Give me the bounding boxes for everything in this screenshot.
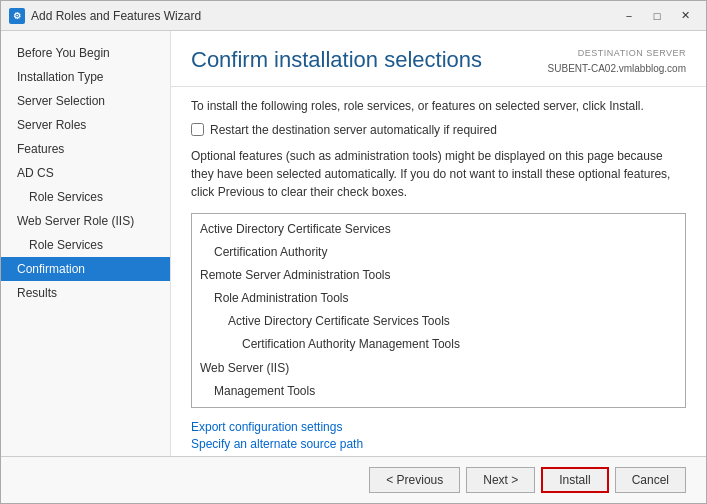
list-item: Remote Server Administration Tools: [192, 264, 685, 287]
title-bar-left: ⚙ Add Roles and Features Wizard: [9, 8, 201, 24]
destination-server-name: SUBENT-CA02.vmlabblog.com: [548, 61, 686, 76]
sidebar-item-adcs[interactable]: AD CS: [1, 161, 170, 185]
window-title: Add Roles and Features Wizard: [31, 9, 201, 23]
maximize-button[interactable]: □: [644, 5, 670, 27]
main-window: ⚙ Add Roles and Features Wizard − □ ✕ Be…: [0, 0, 707, 504]
sidebar-item-results[interactable]: Results: [1, 281, 170, 305]
sidebar-item-confirmation[interactable]: Confirmation: [1, 257, 170, 281]
sidebar-item-before-you-begin[interactable]: Before You Begin: [1, 41, 170, 65]
sidebar-item-server-roles[interactable]: Server Roles: [1, 113, 170, 137]
destination-server-label: DESTINATION SERVER: [548, 47, 686, 61]
info-text: To install the following roles, role ser…: [191, 99, 686, 113]
window-controls: − □ ✕: [616, 5, 698, 27]
restart-checkbox[interactable]: [191, 123, 204, 136]
install-button[interactable]: Install: [541, 467, 608, 493]
alternate-source-link[interactable]: Specify an alternate source path: [191, 437, 686, 451]
title-bar: ⚙ Add Roles and Features Wizard − □ ✕: [1, 1, 706, 31]
destination-server-info: DESTINATION SERVER SUBENT-CA02.vmlabblog…: [548, 47, 686, 76]
main-body: To install the following roles, role ser…: [171, 87, 706, 457]
export-config-link[interactable]: Export configuration settings: [191, 420, 686, 434]
list-item: Web Server (IIS): [192, 357, 685, 380]
links-section: Export configuration settings Specify an…: [191, 420, 686, 451]
sidebar-item-installation-type[interactable]: Installation Type: [1, 65, 170, 89]
optional-text: Optional features (such as administratio…: [191, 147, 686, 201]
previous-button[interactable]: < Previous: [369, 467, 460, 493]
sidebar-item-role-services-adcs[interactable]: Role Services: [1, 185, 170, 209]
features-list[interactable]: Active Directory Certificate Services Ce…: [191, 213, 686, 408]
sidebar-item-features[interactable]: Features: [1, 137, 170, 161]
footer: < Previous Next > Install Cancel: [1, 456, 706, 503]
list-item: Certification Authority: [192, 241, 685, 264]
close-button[interactable]: ✕: [672, 5, 698, 27]
restart-checkbox-label[interactable]: Restart the destination server automatic…: [210, 123, 497, 137]
content-area: Before You Begin Installation Type Serve…: [1, 31, 706, 456]
app-icon: ⚙: [9, 8, 25, 24]
list-item: Management Tools: [192, 380, 685, 403]
sidebar-item-role-services-web[interactable]: Role Services: [1, 233, 170, 257]
minimize-button[interactable]: −: [616, 5, 642, 27]
main-header: Confirm installation selections DESTINAT…: [171, 31, 706, 87]
list-item: Active Directory Certificate Services: [192, 218, 685, 241]
list-item: Active Directory Certificate Services To…: [192, 310, 685, 333]
list-item: IIS Management Console: [192, 403, 685, 408]
sidebar: Before You Begin Installation Type Serve…: [1, 31, 171, 456]
list-item: Role Administration Tools: [192, 287, 685, 310]
page-title: Confirm installation selections: [191, 47, 482, 73]
restart-checkbox-row: Restart the destination server automatic…: [191, 123, 686, 137]
main-content: Confirm installation selections DESTINAT…: [171, 31, 706, 456]
list-item: Certification Authority Management Tools: [192, 333, 685, 356]
cancel-button[interactable]: Cancel: [615, 467, 686, 493]
next-button[interactable]: Next >: [466, 467, 535, 493]
sidebar-item-server-selection[interactable]: Server Selection: [1, 89, 170, 113]
sidebar-item-web-server-role[interactable]: Web Server Role (IIS): [1, 209, 170, 233]
